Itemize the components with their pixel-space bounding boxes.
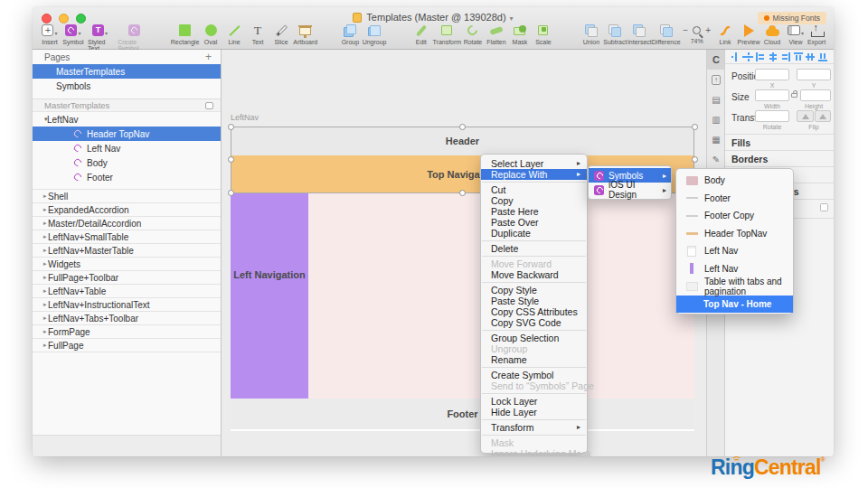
layer-row-leftnav[interactable]: ▾ LeftNav xyxy=(33,112,221,127)
layer-row-fullpage-toolbar[interactable]: ▸FullPage+Toolbar xyxy=(33,270,221,284)
flip-vertical-button[interactable] xyxy=(815,110,831,122)
layer-row-expandedaccordion[interactable]: ▸ExpandedAccordion xyxy=(33,202,221,216)
menu-item-cut[interactable]: Cut xyxy=(481,184,587,195)
zoom-out-button[interactable]: − xyxy=(683,25,688,35)
craft-data-icon[interactable]: ▥ xyxy=(707,109,725,129)
toolbar-rotate-button[interactable]: Rotate xyxy=(464,23,482,45)
disclosure-closed-icon[interactable]: ▸ xyxy=(33,301,45,308)
disclosure-closed-icon[interactable]: ▸ xyxy=(33,274,45,281)
craft-stock-icon[interactable]: ▤ xyxy=(707,89,725,109)
craft-logo-icon[interactable]: C xyxy=(707,50,725,70)
page-item-symbols[interactable]: Symbols xyxy=(33,79,221,93)
layer-row-footer[interactable]: Footer xyxy=(33,170,221,184)
toolbar-oval-button[interactable]: Oval xyxy=(202,23,220,45)
menu-item-move-backward[interactable]: Move Backward xyxy=(481,269,587,280)
align-center-icon[interactable] xyxy=(769,52,778,61)
toolbar-edit-button[interactable]: Edit xyxy=(412,23,430,45)
disclosure-closed-icon[interactable]: ▸ xyxy=(33,328,45,335)
toolbar-insert-button[interactable]: +▾ Insert xyxy=(41,23,59,45)
layer-row-leftnav-mastertable[interactable]: ▸LeftNav+MasterTable xyxy=(33,243,221,257)
filter-icon[interactable] xyxy=(205,102,213,109)
symbol-option-footer-copy[interactable]: Footer Copy xyxy=(676,207,793,225)
canvas[interactable]: LeftNav Header Top Navigation Left Navig… xyxy=(222,50,706,456)
toolbar-group-button[interactable]: Group xyxy=(341,23,359,45)
menu-item-select-layer[interactable]: Select Layer▸ xyxy=(481,158,587,169)
menu-item-hide-layer[interactable]: Hide Layer xyxy=(481,407,587,418)
flip-horizontal-button[interactable] xyxy=(797,110,814,122)
craft-prototype-icon[interactable]: ✎ xyxy=(707,149,725,169)
style-checkbox[interactable] xyxy=(820,203,828,211)
menu-item-transform[interactable]: Transform▸ xyxy=(481,422,587,433)
toolbar-union-button[interactable]: Union xyxy=(582,23,600,45)
layer-row-body[interactable]: Body xyxy=(33,155,221,170)
selection-handle[interactable] xyxy=(459,190,466,196)
disclosure-closed-icon[interactable]: ▸ xyxy=(33,260,45,267)
position-x-input[interactable] xyxy=(755,69,789,80)
symbol-option-top-nav-home[interactable]: Top Nav - Home xyxy=(676,296,793,314)
fills-section-header[interactable]: Fills xyxy=(731,137,750,148)
title-chevron-icon[interactable]: ▾ xyxy=(510,14,514,23)
artboard-leftnav-region[interactable]: Left Navigation xyxy=(231,192,308,399)
disclosure-open-icon[interactable]: ▾ xyxy=(33,116,45,123)
symbol-option-left-nav-2[interactable]: Left Nav xyxy=(676,260,793,278)
add-page-button[interactable]: + xyxy=(205,51,212,63)
disclosure-closed-icon[interactable]: ▸ xyxy=(33,247,45,254)
menu-item-delete[interactable]: Delete xyxy=(481,243,587,254)
toolbar-ungroup-button[interactable]: Ungroup xyxy=(364,23,383,45)
toolbar-mask-button[interactable]: Mask xyxy=(511,23,529,45)
page-item-mastertemplates[interactable]: MasterTemplates xyxy=(33,64,221,79)
selection-handle[interactable] xyxy=(228,156,234,163)
toolbar-transform-button[interactable]: Transform xyxy=(436,23,458,45)
disclosure-closed-icon[interactable]: ▸ xyxy=(33,314,45,322)
dropdown-caret-icon[interactable]: ▾ xyxy=(801,30,804,38)
zoom-in-button[interactable]: + xyxy=(705,25,711,35)
artboard-header-region[interactable]: Header xyxy=(231,127,694,155)
menu-item-create-symbol[interactable]: Create Symbol xyxy=(481,370,587,380)
disclosure-closed-icon[interactable]: ▸ xyxy=(33,233,45,240)
width-input[interactable] xyxy=(755,89,789,101)
menu-item-group-selection[interactable]: Group Selection xyxy=(481,333,587,343)
toolbar-styled-text-button[interactable]: T▾ Styled Text xyxy=(88,23,112,52)
selection-handle[interactable] xyxy=(692,124,698,130)
toolbar-rectangle-button[interactable]: Rectangle xyxy=(174,23,196,45)
dropdown-caret-icon[interactable]: ▾ xyxy=(54,30,57,38)
layer-row-masterdetailaccordion[interactable]: ▸Master/DetailAccordion xyxy=(33,216,221,230)
craft-share-icon[interactable]: ↑ xyxy=(707,70,725,89)
height-input[interactable] xyxy=(800,89,831,101)
menu-item-paste-over[interactable]: Paste Over xyxy=(481,217,587,228)
layer-row-formpage[interactable]: ▸FormPage xyxy=(33,324,221,338)
menu-item-copy-style[interactable]: Copy Style xyxy=(481,285,587,296)
artboard-footer-region[interactable]: Footer xyxy=(231,399,694,429)
toolbar-symbol-button[interactable]: ▾ Symbol xyxy=(64,23,82,45)
disclosure-closed-icon[interactable]: ▸ xyxy=(33,287,45,295)
layer-row-shell[interactable]: ▸Shell xyxy=(33,189,221,202)
symbol-option-body[interactable]: Body xyxy=(676,172,793,190)
disclosure-closed-icon[interactable]: ▸ xyxy=(33,206,45,213)
rotate-input[interactable] xyxy=(755,110,789,122)
layer-row-left-nav[interactable]: Left Nav xyxy=(33,141,221,155)
disclosure-closed-icon[interactable]: ▸ xyxy=(33,220,45,227)
symbol-option-left-nav[interactable]: Left Nav xyxy=(676,242,793,260)
craft-duplicate-icon[interactable]: ▦ xyxy=(707,129,725,149)
align-bottom-icon[interactable] xyxy=(818,52,827,61)
symbol-option-footer[interactable]: Footer xyxy=(676,190,793,208)
dropdown-caret-icon[interactable]: ▾ xyxy=(105,30,108,38)
distribute-horizontally-icon[interactable] xyxy=(731,52,741,61)
toolbar-scale-button[interactable]: Scale xyxy=(534,23,552,45)
selection-handle[interactable] xyxy=(228,190,234,196)
toolbar-export-button[interactable]: Export xyxy=(807,23,826,45)
layer-row-leftnav-instructionaltext[interactable]: ▸LeftNav+InstructionalText xyxy=(33,297,221,311)
menu-item-copy-css-attributes[interactable]: Copy CSS Attributes xyxy=(481,306,587,317)
submenu-item-ios-ui-design[interactable]: iOS UI Design ▸ xyxy=(589,183,671,197)
menu-item-duplicate[interactable]: Duplicate xyxy=(481,228,587,239)
selection-handle[interactable] xyxy=(692,156,698,163)
borders-section-header[interactable]: Borders xyxy=(731,154,768,164)
distribute-vertically-icon[interactable] xyxy=(744,52,753,61)
layer-row-widgets[interactable]: ▸Widgets xyxy=(33,257,221,270)
align-left-icon[interactable] xyxy=(756,52,765,61)
menu-item-rename[interactable]: Rename xyxy=(481,354,587,365)
selection-handle[interactable] xyxy=(459,124,466,130)
menu-item-paste-style[interactable]: Paste Style xyxy=(481,296,587,306)
toolbar-intersect-button[interactable]: Intersect xyxy=(630,23,649,45)
layer-row-leftnav-smalltable[interactable]: ▸LeftNav+SmallTable xyxy=(33,230,221,243)
